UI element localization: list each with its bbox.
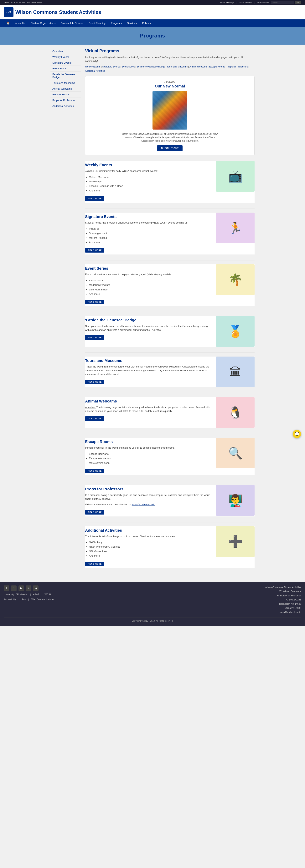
sidebar-item-escape-rooms[interactable]: Escape Rooms [51, 92, 81, 97]
footer-link-text[interactable]: Text [22, 598, 26, 601]
vlink-signature[interactable]: Signature Events [102, 65, 120, 68]
list-item: Medallion Program [89, 283, 212, 287]
sidebar-item-weekly-events[interactable]: Weekly Events [51, 54, 81, 60]
footer-link-ase[interactable]: AS&E [33, 593, 39, 596]
top-bar-link-press[interactable]: Press/Email [257, 1, 269, 4]
palm-tree-icon: 🌴 [228, 273, 243, 286]
escape-rooms-readmore[interactable]: READ MORE [85, 469, 104, 473]
escape-rooms-list: Escape Hogwarts Escape Wonderland More c… [89, 452, 212, 465]
chat-bubble[interactable]: 💬 [293, 430, 301, 438]
escape-rooms-desc: Immerse yourself in the world of fiction… [85, 446, 212, 450]
vlink-event-series[interactable]: Event Series [122, 65, 135, 68]
instagram-icon[interactable]: ig [33, 585, 38, 591]
animal-webcams-readmore[interactable]: READ MORE [85, 416, 104, 421]
beside-genesee-readmore[interactable]: READ MORE [85, 335, 104, 340]
section-weekly-events: Weekly Events Join the UR Community for … [85, 161, 254, 203]
vlink-tours[interactable]: Tours and Museums [167, 65, 188, 68]
section-event-series: Event Series From crafts to tours, we wa… [85, 264, 254, 306]
list-item: Virtual 5k [89, 227, 212, 231]
sidebar-item-tours-museums[interactable]: Tours and Museums [51, 80, 81, 86]
props-professors-heading: Props for Professors [85, 487, 212, 491]
university-logo: U of R [4, 7, 13, 17]
footer-org-name: Wilson Commons Student Activities [265, 585, 301, 590]
footer-link-accessibility[interactable]: Accessibility [4, 598, 17, 601]
main-content: Virtual Programs Looking for something t… [85, 49, 254, 574]
linkedin-icon[interactable]: in [26, 585, 31, 591]
props-professors-desc: Is a professor doing a particularly good… [85, 493, 212, 501]
sidebar-item-overview[interactable]: Overview [51, 49, 81, 54]
footer-top: f t ▶ in ig University of Rochester | AS… [4, 585, 301, 615]
footer-bottom-links: Accessibility | Text | Web Communication… [4, 598, 54, 601]
tours-museums-heading: Tours and Museums [85, 359, 212, 363]
nav-home[interactable]: 🏠 [4, 20, 12, 27]
youtube-icon[interactable]: ▶ [19, 585, 24, 591]
section-beside-genesee: 'Beside the Genesee' Badge Start your qu… [85, 316, 254, 347]
props-professors-extra: Videos and write-ups can be submitted to… [85, 503, 212, 506]
featured-box: Featured Our New Normal Listen to Lydia … [85, 76, 254, 155]
section-props-professors: Props for Professors Is a professor doin… [85, 485, 254, 517]
nav-student-orgs[interactable]: Student Organizations [28, 20, 58, 27]
footer-link-wcsa[interactable]: WCSA [45, 593, 51, 596]
list-item: More coming soon! [89, 461, 212, 465]
list-item: Movie Night [89, 179, 212, 184]
search-button[interactable]: Go [295, 1, 301, 4]
nav-policies[interactable]: Policies [139, 20, 154, 27]
weekly-events-desc: Join the UR Community for daily WCSA spo… [85, 169, 212, 173]
additional-list: Netflix Party Nikon Photography Courses … [89, 540, 212, 558]
signature-events-desc: Stuck at home? No problem! Check out som… [85, 221, 212, 225]
sidebar-item-animal-webcams[interactable]: Animal Webcams [51, 86, 81, 92]
vlink-animal[interactable]: Animal Webcams [190, 65, 207, 68]
props-professors-image: 👨‍🏫 [216, 485, 254, 516]
top-bar-link-intranet[interactable]: AS&E Intranet [239, 1, 252, 4]
twitter-icon[interactable]: t [11, 585, 17, 591]
vlink-props[interactable]: Props for Professors [227, 65, 248, 68]
escape-rooms-image: 🔍 [216, 438, 254, 468]
signature-events-heading: Signature Events [85, 215, 212, 219]
event-series-readmore[interactable]: READ MORE [85, 300, 104, 304]
footer-address4: Rochester, NY 14627 [265, 602, 301, 606]
vlink-beside[interactable]: Beside the Genesee Badge [137, 65, 165, 68]
footer-phone: (585) 275-9390 [265, 606, 301, 611]
badge-icon: 🏅 [228, 324, 243, 338]
nav-services[interactable]: Services [124, 20, 139, 27]
top-bar-link-sitemap[interactable]: AS&E Sitemap [220, 1, 233, 4]
sidebar-item-props-professors[interactable]: Props for Professors [51, 97, 81, 103]
additional-readmore[interactable]: READ MORE [85, 562, 104, 566]
signature-events-readmore[interactable]: READ MORE [85, 248, 104, 253]
list-item: And more! [89, 554, 212, 558]
weekly-events-readmore[interactable]: READ MORE [85, 196, 104, 201]
site-footer: f t ▶ in ig University of Rochester | AS… [0, 582, 305, 626]
facebook-icon[interactable]: f [4, 585, 9, 591]
vlink-weekly[interactable]: Weekly Events [85, 65, 100, 68]
section-tours-museums: Tours and Museums Travel the world from … [85, 356, 254, 387]
nav-event-planning[interactable]: Event Planning [86, 20, 108, 27]
list-item: Netflix Party [89, 540, 212, 545]
featured-button[interactable]: CHECK IT OUT [157, 145, 182, 151]
footer-address3: PO Box 270281 [265, 598, 301, 602]
sidebar-item-beside-genesee[interactable]: Beside the Genesee Badge [51, 71, 81, 80]
footer-link-uor[interactable]: University of Rochester [4, 593, 28, 596]
sidebar-item-additional[interactable]: Additional Activities [51, 103, 81, 109]
search-input[interactable] [271, 1, 294, 4]
sidebar: Overview Weekly Events Signature Events … [51, 49, 81, 574]
vlink-escape[interactable]: Escape Rooms [209, 65, 225, 68]
nav-about[interactable]: About Us [12, 20, 28, 27]
list-item: NFL Game Pass [89, 549, 212, 554]
footer-address1: 201 Wilson Commons [265, 589, 301, 594]
sidebar-item-signature-events[interactable]: Signature Events [51, 60, 81, 66]
separator [85, 352, 254, 353]
footer-left: f t ▶ in ig University of Rochester | AS… [4, 585, 54, 601]
nav-programs[interactable]: Programs [108, 20, 124, 27]
professor-icon: 👨‍🏫 [228, 494, 243, 507]
footer-email-link[interactable]: wcsa@rochester.edu [280, 611, 301, 614]
list-item: Escape Hogwarts [89, 452, 212, 456]
virtual-programs-description: Looking for something to do from the com… [85, 55, 254, 63]
beside-genesee-heading: 'Beside the Genesee' Badge [85, 318, 212, 322]
footer-link-web-comms[interactable]: Web Communications [31, 598, 54, 601]
props-email-link[interactable]: wcsa@rochester.edu [132, 503, 155, 506]
tours-museums-readmore[interactable]: READ MORE [85, 380, 104, 384]
sidebar-item-event-series[interactable]: Event Series [51, 66, 81, 71]
vlink-additional[interactable]: Additional Activities [85, 69, 105, 72]
nav-life-spaces[interactable]: Student Life Spaces [58, 20, 86, 27]
props-professors-readmore[interactable]: READ MORE [85, 510, 104, 515]
